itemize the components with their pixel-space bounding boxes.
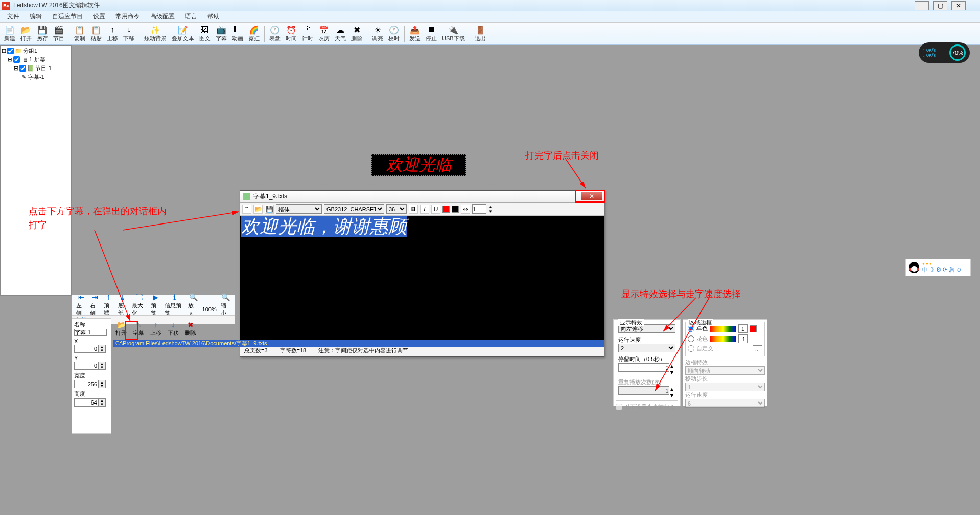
tb-叠加文本[interactable]: 📝叠加文本	[170, 24, 196, 43]
maximize-button[interactable]: ▢	[933, 1, 947, 10]
border-custom-radio[interactable]	[688, 345, 694, 352]
project-tree[interactable]: ⊟📁分组1 ⊟🖥1-屏幕 ⊟📗节目-1 ✎字幕-1	[0, 45, 72, 296]
act-上移[interactable]: ↑上移	[148, 320, 164, 341]
act-打开[interactable]: 📂打开	[113, 320, 129, 341]
border-color-swatch[interactable]	[750, 325, 757, 332]
font-select[interactable]: 楷体	[276, 204, 322, 214]
act-字幕[interactable]: ✎字幕	[131, 320, 146, 341]
tb-表盘[interactable]: 🕐表盘	[267, 24, 283, 43]
prop-h-input[interactable]	[74, 398, 99, 407]
close-button[interactable]: ✕	[951, 1, 966, 10]
tb-校时[interactable]: 🕐校时	[386, 24, 402, 43]
ed-open-button[interactable]: 📂	[253, 205, 263, 214]
tb-炫动背景[interactable]: ✨炫动背景	[142, 24, 169, 43]
file-list-item[interactable]: C:\Program Files\LedshowTW 2016\Document…	[113, 340, 604, 347]
tb-动画[interactable]: 🎞动画	[230, 24, 245, 43]
mid-信息预览[interactable]: ℹ信息预览	[162, 292, 186, 318]
tb-字幕[interactable]: 📺字幕	[214, 24, 229, 43]
tb-时间[interactable]: ⏰时间	[284, 24, 299, 43]
mid-左侧[interactable]: ⇤左侧	[74, 292, 88, 318]
tb-图文[interactable]: 🖼图文	[197, 24, 213, 43]
stay-input[interactable]	[618, 363, 669, 372]
tb-停止[interactable]: ⏹停止	[424, 24, 439, 43]
tb-USB下载[interactable]: 🔌USB下载	[440, 24, 467, 43]
editor-close-button[interactable]: ✕	[581, 192, 602, 200]
menu-高级配置[interactable]: 高级配置	[145, 11, 180, 22]
tb-打开[interactable]: 📂打开	[18, 24, 34, 43]
menu-设置[interactable]: 设置	[88, 11, 110, 22]
repeat-input	[618, 386, 669, 395]
prop-name-input[interactable]	[74, 329, 107, 336]
ellipsis-button[interactable]: ...	[753, 345, 762, 352]
tb-节目[interactable]: 🎬节目	[51, 24, 66, 43]
spacing-input[interactable]	[472, 204, 486, 214]
charset-select[interactable]: GB2312_CHARSET	[324, 204, 384, 214]
minimize-button[interactable]: —	[915, 1, 929, 10]
prop-y-input[interactable]	[74, 362, 99, 370]
led-preview[interactable]: 欢迎光临	[371, 154, 466, 176]
border-flower-radio[interactable]	[688, 335, 694, 342]
tree-cb-screen[interactable]	[13, 56, 20, 63]
menu-编辑[interactable]: 编辑	[25, 11, 47, 22]
tree-program[interactable]: 节目-1	[35, 64, 52, 72]
tb-复制[interactable]: 📋复制	[72, 24, 87, 43]
mid-最大化[interactable]: ⛶最大化	[130, 292, 149, 318]
mid-顶端[interactable]: ⤒顶端	[102, 292, 115, 318]
border-val2[interactable]	[738, 334, 748, 343]
tree-group[interactable]: 分组1	[23, 47, 37, 55]
tb-删除[interactable]: ✖删除	[349, 24, 364, 43]
spacing-up[interactable]: ▲	[488, 205, 496, 209]
tree-cb-program[interactable]	[19, 65, 26, 72]
folder-icon: 📁	[15, 48, 22, 54]
italic-button[interactable]: I	[420, 205, 429, 214]
editor-text-selection[interactable]: 欢迎光临，谢谢惠顾	[241, 216, 407, 237]
bold-button[interactable]: B	[409, 205, 418, 214]
prop-w-input[interactable]	[74, 380, 99, 388]
colorbar-1[interactable]	[710, 326, 736, 332]
network-widget[interactable]: ↑ 0K/s ↓ 0K/s 70%	[919, 42, 970, 63]
menu-语言[interactable]: 语言	[180, 11, 202, 22]
menu-帮助[interactable]: 帮助	[202, 11, 225, 22]
tree-cb-group[interactable]	[7, 48, 14, 54]
tree-screen[interactable]: 1-屏幕	[29, 56, 45, 63]
menu-文件[interactable]: 文件	[2, 11, 25, 22]
tb-天气[interactable]: ☁天气	[333, 24, 348, 43]
tb-农历[interactable]: 📅农历	[316, 24, 332, 43]
colorbar-2[interactable]	[710, 336, 736, 342]
spacing-down[interactable]: ▼	[488, 209, 496, 214]
spacing-icon[interactable]: ⇔	[461, 205, 470, 214]
tb-退出[interactable]: 🚪退出	[473, 24, 488, 43]
tb-计时[interactable]: ⏱计时	[300, 24, 315, 43]
speed-select[interactable]: 2	[618, 344, 675, 352]
border-val1[interactable]	[738, 324, 748, 333]
ed-new-button[interactable]: 🗋	[242, 205, 251, 214]
tb-发送[interactable]: 📤发送	[407, 24, 423, 43]
mid-缩小[interactable]: 🔍缩小	[219, 292, 232, 318]
mid-放大[interactable]: 🔍放大	[186, 292, 200, 318]
qq-widget[interactable]: ● ● ● 中 ☽ ⚙ ⟳ 盾 ☺	[905, 259, 971, 276]
mid-右侧[interactable]: ⇥右侧	[88, 292, 102, 318]
mid-底部[interactable]: ⤓底部	[116, 292, 130, 318]
mid-100%[interactable]: 100%	[200, 297, 219, 313]
editor-titlebar[interactable]: 字幕1_9.txts ✕	[240, 191, 604, 203]
tb-调亮[interactable]: ☀调亮	[370, 24, 385, 43]
fgcolor-swatch[interactable]	[442, 206, 450, 213]
tb-下移[interactable]: ↓下移	[121, 24, 136, 43]
bgcolor-swatch[interactable]	[452, 206, 459, 213]
menu-自适应节目[interactable]: 自适应节目	[47, 11, 88, 22]
tb-粘贴[interactable]: 📋粘贴	[88, 24, 104, 43]
ed-save-button[interactable]: 💾	[265, 205, 274, 214]
mid-预览[interactable]: ▶预览	[149, 292, 162, 318]
underline-button[interactable]: U	[431, 205, 440, 214]
act-下移[interactable]: ↓下移	[166, 320, 181, 341]
prop-x-input[interactable]	[74, 345, 99, 353]
fontsize-select[interactable]: 36	[386, 204, 407, 214]
menu-常用命令[interactable]: 常用命令	[110, 11, 145, 22]
editor-content[interactable]: 欢迎光临，谢谢惠顾	[240, 216, 604, 345]
tree-subtitle[interactable]: 字幕-1	[28, 73, 44, 81]
tb-新建[interactable]: 📄新建	[2, 24, 17, 43]
act-删除[interactable]: ✖删除	[183, 320, 198, 341]
tb-上移[interactable]: ↑上移	[105, 24, 120, 43]
tb-另存[interactable]: 💾另存	[35, 24, 50, 43]
tb-霓虹[interactable]: 🌈霓虹	[246, 24, 262, 43]
